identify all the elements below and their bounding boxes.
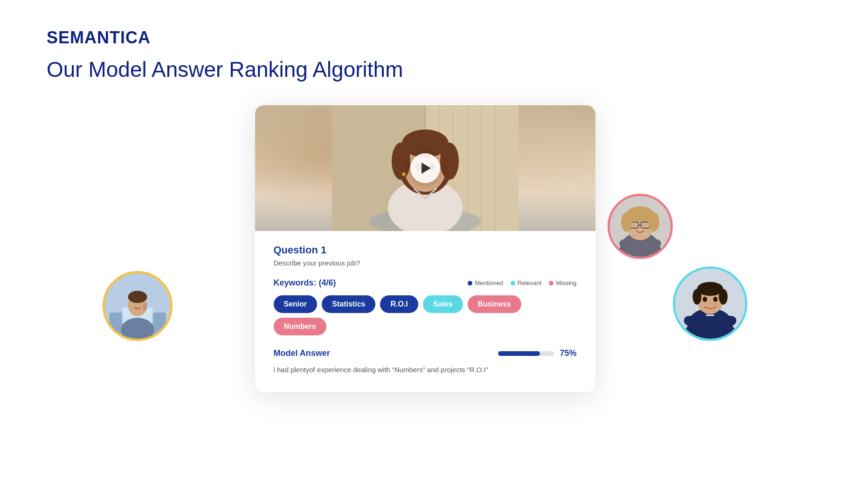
card-content: Question 1 Describe your previous job? K… [255, 231, 595, 392]
svg-rect-9 [143, 303, 146, 310]
legend-missing: Missing [549, 279, 576, 286]
legend-mentioned: Mentioned [468, 279, 503, 286]
tag-numbers: Numbers [274, 318, 326, 335]
brand-logo: SEMANTICA [47, 28, 803, 48]
question-title: Question 1 [274, 244, 577, 256]
tag-business: Business [468, 295, 521, 313]
svg-point-28 [402, 172, 406, 176]
tag-sales: Sales [423, 295, 463, 313]
progress-percentage: 75% [560, 348, 576, 358]
progress-container: 75% [498, 348, 576, 358]
svg-rect-33 [619, 239, 661, 248]
svg-point-50 [693, 289, 702, 305]
svg-rect-46 [684, 316, 737, 326]
progress-bar-outer [498, 351, 554, 356]
tag-statistics: Statistics [322, 295, 375, 313]
main-card: Question 1 Describe your previous job? K… [255, 105, 595, 392]
mentioned-dot [468, 281, 472, 286]
page-title: Our Model Answer Ranking Algorithm [47, 57, 803, 82]
svg-point-8 [128, 291, 147, 303]
play-icon [422, 163, 431, 174]
answer-text: i had plentyof experience dealing with “… [274, 365, 577, 375]
legend: Mentioned Relevant Missing [468, 279, 576, 286]
progress-bar-inner [498, 351, 540, 356]
legend-relevant: Relevant [511, 279, 541, 286]
avatar-bottom-right [673, 266, 747, 341]
mentioned-label: Mentioned [475, 279, 503, 286]
tags-row: Senior Statistics R.O.I Sales Business N… [274, 295, 577, 335]
avatar-left [103, 271, 173, 341]
video-area[interactable] [255, 105, 595, 231]
question-text: Describe your previous job? [274, 259, 577, 267]
relevant-label: Relevant [518, 279, 541, 286]
svg-point-52 [703, 297, 707, 302]
svg-point-53 [713, 297, 718, 302]
play-button[interactable] [410, 153, 440, 183]
model-answer-label: Model Answer [274, 348, 330, 358]
tag-roi: R.O.I [380, 295, 418, 313]
svg-point-40 [621, 212, 631, 232]
model-answer-row: Model Answer 75% [274, 348, 577, 358]
avatar-top-right [608, 194, 673, 259]
missing-dot [549, 281, 553, 286]
svg-point-51 [719, 289, 728, 305]
svg-point-41 [649, 212, 659, 232]
missing-label: Missing [556, 279, 576, 286]
tag-senior: Senior [274, 295, 318, 313]
keywords-label: Keywords: (4/6) [274, 278, 336, 288]
relevant-dot [511, 281, 515, 286]
keywords-row: Keywords: (4/6) Mentioned Relevant Mi [274, 278, 577, 288]
